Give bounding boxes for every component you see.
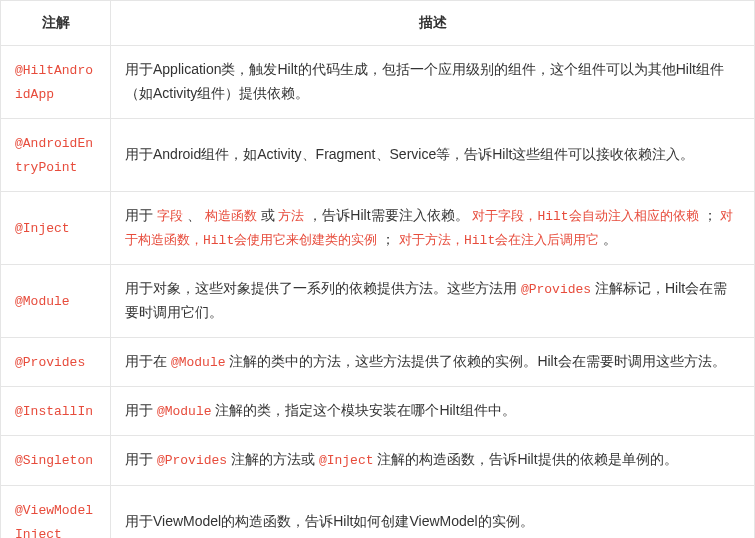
description-cell: 用于Android组件，如Activity、Fragment、Service等，… xyxy=(111,118,755,191)
description-text-segment: 注解的类，指定这个模块安装在哪个Hilt组件中。 xyxy=(212,402,516,418)
annotation-cell: @Module xyxy=(1,265,111,338)
description-cell: 用于 @Module 注解的类，指定这个模块安装在哪个Hilt组件中。 xyxy=(111,387,755,436)
description-code-segment: 构造函数 xyxy=(205,209,257,224)
description-code-segment: @Module xyxy=(157,404,212,419)
description-text-segment: 注解的构造函数，告诉Hilt提供的依赖是单例的。 xyxy=(374,451,678,467)
annotation-cell: @Singleton xyxy=(1,436,111,485)
table-row: @Singleton用于 @Provides 注解的方法或 @Inject 注解… xyxy=(1,436,755,485)
header-annotation: 注解 xyxy=(1,1,111,46)
annotation-cell: @InstallIn xyxy=(1,387,111,436)
description-code-segment: 字段 xyxy=(157,209,183,224)
annotation-code: @Module xyxy=(15,294,70,309)
table-row: @Module用于对象，这些对象提供了一系列的依赖提供方法。这些方法用 @Pro… xyxy=(1,265,755,338)
description-cell: 用于在 @Module 注解的类中的方法，这些方法提供了依赖的实例。Hilt会在… xyxy=(111,338,755,387)
table-body: @HiltAndroidApp用于Application类，触发Hilt的代码生… xyxy=(1,45,755,538)
description-cell: 用于对象，这些对象提供了一系列的依赖提供方法。这些方法用 @Provides 注… xyxy=(111,265,755,338)
annotation-code: @Singleton xyxy=(15,453,93,468)
annotation-code: @InstallIn xyxy=(15,404,93,419)
description-text-segment: 用于Application类，触发Hilt的代码生成，包括一个应用级别的组件，这… xyxy=(125,61,724,101)
annotation-cell: @HiltAndroidApp xyxy=(1,45,111,118)
description-text-segment: ，告诉Hilt需要注入依赖。 xyxy=(304,207,472,223)
description-code-segment: 对于方法，Hilt会在注入后调用它 xyxy=(399,233,599,248)
description-text-segment: 注解的方法或 xyxy=(227,451,319,467)
table-header-row: 注解 描述 xyxy=(1,1,755,46)
description-text-segment: 、 xyxy=(183,207,205,223)
annotation-code: @HiltAndroidApp xyxy=(15,63,93,102)
annotation-code: @AndroidEntryPoint xyxy=(15,136,93,175)
annotation-cell: @Inject xyxy=(1,192,111,265)
annotation-cell: @ViewModelInject xyxy=(1,485,111,538)
description-code-segment: @Provides xyxy=(157,453,227,468)
annotation-cell: @AndroidEntryPoint xyxy=(1,118,111,191)
description-cell: 用于 字段 、 构造函数 或 方法 ，告诉Hilt需要注入依赖。 对于字段，Hi… xyxy=(111,192,755,265)
description-code-segment: 对于字段，Hilt会自动注入相应的依赖 xyxy=(472,209,698,224)
table-row: @HiltAndroidApp用于Application类，触发Hilt的代码生… xyxy=(1,45,755,118)
annotations-table: 注解 描述 @HiltAndroidApp用于Application类，触发Hi… xyxy=(0,0,755,538)
description-cell: 用于ViewModel的构造函数，告诉Hilt如何创建ViewModel的实例。 xyxy=(111,485,755,538)
description-code-segment: @Inject xyxy=(319,453,374,468)
description-text-segment: ； xyxy=(377,231,399,247)
description-text-segment: 用于 xyxy=(125,207,157,223)
header-description: 描述 xyxy=(111,1,755,46)
description-text-segment: 用于 xyxy=(125,402,157,418)
description-text-segment: ； xyxy=(699,207,721,223)
annotation-code: @Inject xyxy=(15,221,70,236)
table-row: @Inject用于 字段 、 构造函数 或 方法 ，告诉Hilt需要注入依赖。 … xyxy=(1,192,755,265)
description-text-segment: 或 xyxy=(257,207,279,223)
annotation-code: @Provides xyxy=(15,355,85,370)
table-row: @InstallIn用于 @Module 注解的类，指定这个模块安装在哪个Hil… xyxy=(1,387,755,436)
annotation-code: @ViewModelInject xyxy=(15,503,93,538)
table-row: @Provides用于在 @Module 注解的类中的方法，这些方法提供了依赖的… xyxy=(1,338,755,387)
annotation-cell: @Provides xyxy=(1,338,111,387)
description-code-segment: @Provides xyxy=(521,282,591,297)
description-cell: 用于 @Provides 注解的方法或 @Inject 注解的构造函数，告诉Hi… xyxy=(111,436,755,485)
description-text-segment: 用于Android组件，如Activity、Fragment、Service等，… xyxy=(125,146,694,162)
description-text-segment: 用于ViewModel的构造函数，告诉Hilt如何创建ViewModel的实例。 xyxy=(125,513,534,529)
description-text-segment: 用于 xyxy=(125,451,157,467)
table-row: @ViewModelInject用于ViewModel的构造函数，告诉Hilt如… xyxy=(1,485,755,538)
description-text-segment: 用于对象，这些对象提供了一系列的依赖提供方法。这些方法用 xyxy=(125,280,521,296)
description-text-segment: 注解的类中的方法，这些方法提供了依赖的实例。Hilt会在需要时调用这些方法。 xyxy=(226,353,726,369)
table-row: @AndroidEntryPoint用于Android组件，如Activity、… xyxy=(1,118,755,191)
description-cell: 用于Application类，触发Hilt的代码生成，包括一个应用级别的组件，这… xyxy=(111,45,755,118)
description-text-segment: 用于在 xyxy=(125,353,171,369)
description-text-segment: 。 xyxy=(599,231,617,247)
description-code-segment: 方法 xyxy=(278,209,304,224)
description-code-segment: @Module xyxy=(171,355,226,370)
